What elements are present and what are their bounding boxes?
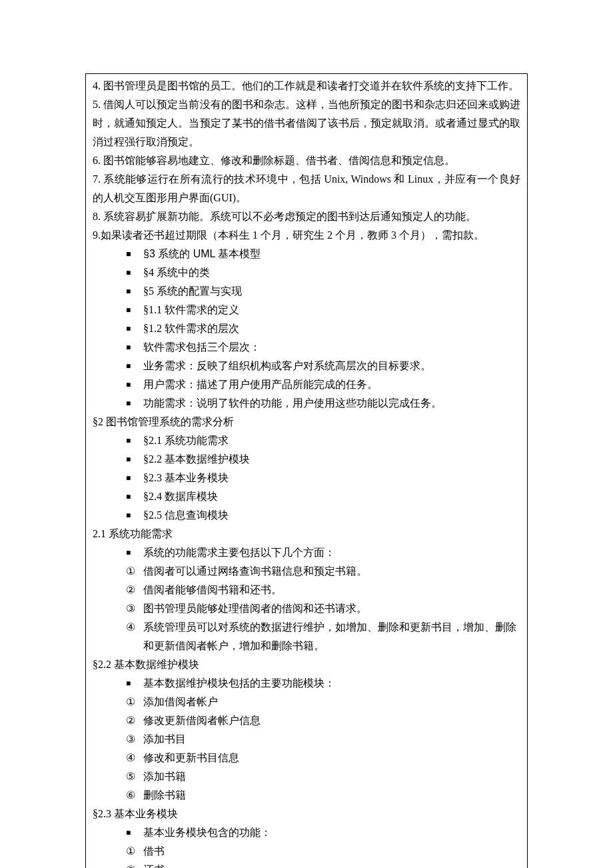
s2-2-lead: 基本数据维护模块包括的主要功能模块： <box>93 674 520 693</box>
intro-paragraph-5: 5. 借阅人可以预定当前没有的图书和杂志。这样，当他所预定的图书和杂志归还回来或… <box>93 95 520 151</box>
section-2-2-heading: §2.2 基本数据维护模块 <box>93 655 520 674</box>
s2-1-n2-text: 借阅者能够借阅书籍和还书。 <box>143 584 282 595</box>
circled-4-icon: ④ <box>126 618 135 637</box>
s2-2-n5-text: 添加书籍 <box>143 771 186 782</box>
intro-paragraph-8: 8. 系统容易扩展新功能。系统可以不必考虑预定的图书到达后通知预定人的功能。 <box>93 207 520 226</box>
s2-2-n5: ⑤添加书籍 <box>93 767 520 786</box>
s2-2-n6: ⑥删除书籍 <box>93 786 520 805</box>
circled-1-icon: ① <box>126 693 135 711</box>
section-2-1-heading: 2.1 系统功能需求 <box>93 525 520 543</box>
s2-3-n2-text: 还书 <box>143 864 165 868</box>
toc-item-biz-req: 业务需求：反映了组织机构或客户对系统高层次的目标要求。 <box>93 357 520 375</box>
s2-3-n2: ②还书 <box>93 861 520 868</box>
s2-3-n1-text: 借书 <box>143 845 165 857</box>
section-2-list: §2.1 系统功能需求 §2.2 基本数据维护模块 §2.3 基本业务模块 §2… <box>93 431 520 525</box>
section-2-heading: §2 图书馆管理系统的需求分析 <box>93 413 520 431</box>
s2-3-n1: ①借书 <box>93 842 520 861</box>
circled-6-icon: ⑥ <box>126 786 135 805</box>
section-2-1-lead-list: 系统的功能需求主要包括以下几个方面： <box>93 543 520 562</box>
s2-item-3: §2.3 基本业务模块 <box>93 469 520 487</box>
s2-item-5: §2.5 信息查询模块 <box>93 506 520 525</box>
s2-2-n1-text: 添加借阅者帐户 <box>143 696 218 707</box>
s2-2-n2-text: 修改更新借阅者帐户信息 <box>143 715 261 726</box>
s2-2-n1: ①添加借阅者帐户 <box>93 693 520 711</box>
s2-2-n3: ③添加书目 <box>93 730 520 749</box>
toc-item-req-levels: 软件需求包括三个层次： <box>93 338 520 357</box>
section-2-1-numlist: ①借阅者可以通过网络查询书籍信息和预定书籍。 ②借阅者能够借阅书籍和还书。 ③图… <box>93 562 520 655</box>
section-2-3-numlist: ①借书 ②还书 <box>93 842 520 868</box>
s2-1-n3: ③图书管理员能够处理借阅者的借阅和还书请求。 <box>93 599 520 618</box>
s2-2-n6-text: 删除书籍 <box>143 789 186 801</box>
circled-1-icon: ① <box>126 562 135 581</box>
circled-2-icon: ② <box>126 861 135 868</box>
content-frame: 4. 图书管理员是图书馆的员工。他们的工作就是和读者打交道并在软件系统的支持下工… <box>85 73 528 868</box>
section-2-3-lead-list: 基本业务模块包含的功能： <box>93 823 520 842</box>
s2-1-n4: ④系统管理员可以对系统的数据进行维护，如增加、删除和更新书目，增加、删除和更新借… <box>93 618 520 655</box>
section-2-3-heading: §2.3 基本业务模块 <box>93 805 520 823</box>
toc-item-s4: §4 系统中的类 <box>93 263 520 282</box>
toc-list-1: §3 系统的 UML 基本模型 §4 系统中的类 §5 系统的配置与实现 §1.… <box>93 245 520 413</box>
circled-3-icon: ③ <box>126 599 135 618</box>
intro-paragraph-4: 4. 图书管理员是图书馆的员工。他们的工作就是和读者打交道并在软件系统的支持下工… <box>93 77 520 95</box>
circled-5-icon: ⑤ <box>126 767 135 786</box>
toc-item-s3: §3 系统的 UML 基本模型 <box>93 245 520 263</box>
s2-1-lead: 系统的功能需求主要包括以下几个方面： <box>93 543 520 562</box>
intro-paragraph-6: 6. 图书馆能够容易地建立、修改和删除标题、借书者、借阅信息和预定信息。 <box>93 151 520 170</box>
s2-2-n2: ②修改更新借阅者帐户信息 <box>93 711 520 730</box>
s2-item-4: §2.4 数据库模块 <box>93 487 520 506</box>
s2-1-n1: ①借阅者可以通过网络查询书籍信息和预定书籍。 <box>93 562 520 581</box>
s2-2-n4-text: 修改和更新书目信息 <box>143 752 239 763</box>
s2-2-n3-text: 添加书目 <box>143 733 186 745</box>
intro-paragraph-7: 7. 系统能够运行在所有流行的技术环境中，包括 Unix, Windows 和 … <box>93 170 520 207</box>
toc-item-s5: §5 系统的配置与实现 <box>93 282 520 301</box>
s2-3-lead: 基本业务模块包含的功能： <box>93 823 520 842</box>
toc-item-s1-1: §1.1 软件需求的定义 <box>93 301 520 319</box>
intro-paragraph-9: 9.如果读者还书超过期限（本科生 1 个月，研究生 2 个月，教师 3 个月），… <box>93 226 520 245</box>
s2-item-2: §2.2 基本数据维护模块 <box>93 450 520 469</box>
s2-1-n1-text: 借阅者可以通过网络查询书籍信息和预定书籍。 <box>143 565 367 577</box>
document-page: 4. 图书管理员是图书馆的员工。他们的工作就是和读者打交道并在软件系统的支持下工… <box>0 0 613 868</box>
circled-2-icon: ② <box>126 711 135 730</box>
s2-1-n4-text: 系统管理员可以对系统的数据进行维护，如增加、删除和更新书目，增加、删除和更新借阅… <box>143 621 516 651</box>
section-2-2-lead-list: 基本数据维护模块包括的主要功能模块： <box>93 674 520 693</box>
s2-1-n3-text: 图书管理员能够处理借阅者的借阅和还书请求。 <box>143 603 367 614</box>
toc-item-s1-2: §1.2 软件需求的层次 <box>93 319 520 338</box>
circled-4-icon: ④ <box>126 749 135 767</box>
circled-2-icon: ② <box>126 581 135 599</box>
circled-3-icon: ③ <box>126 730 135 749</box>
circled-1-icon: ① <box>126 842 135 861</box>
s2-2-n4: ④修改和更新书目信息 <box>93 749 520 767</box>
s2-1-n2: ②借阅者能够借阅书籍和还书。 <box>93 581 520 599</box>
s2-item-1: §2.1 系统功能需求 <box>93 431 520 450</box>
toc-item-s3-text: §3 系统的 UML 基本模型 <box>143 248 261 259</box>
toc-item-func-req: 功能需求：说明了软件的功能，用户使用这些功能以完成任务。 <box>93 394 520 413</box>
section-2-2-numlist: ①添加借阅者帐户 ②修改更新借阅者帐户信息 ③添加书目 ④修改和更新书目信息 ⑤… <box>93 693 520 805</box>
toc-item-user-req: 用户需求：描述了用户使用产品所能完成的任务。 <box>93 375 520 394</box>
